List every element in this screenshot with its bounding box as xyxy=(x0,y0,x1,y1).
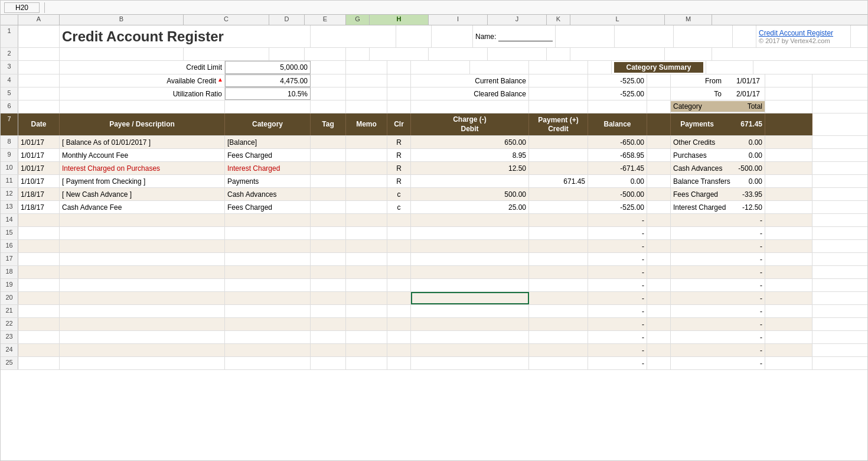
cell-e2[interactable] xyxy=(305,48,346,60)
cell-tag-9[interactable] xyxy=(311,149,346,161)
cell-payment-9[interactable] xyxy=(529,149,588,161)
cell-i22[interactable] xyxy=(529,318,588,330)
cell-memo-8[interactable] xyxy=(346,136,387,148)
cell-b1[interactable]: Credit Account Register xyxy=(60,25,311,47)
cell-cat-8[interactable]: [Balance] xyxy=(225,136,311,148)
cell-b21[interactable] xyxy=(60,305,225,317)
cell-k19[interactable] xyxy=(647,279,671,291)
cell-date-13[interactable]: 1/18/17 xyxy=(18,201,60,213)
col-header-l[interactable]: L xyxy=(570,15,665,25)
cell-j15[interactable]: - xyxy=(588,227,647,239)
cell-j3[interactable] xyxy=(529,61,588,74)
vertex42-link[interactable]: Credit Account Register xyxy=(759,29,833,37)
cell-i4[interactable] xyxy=(529,74,588,87)
cell-e22[interactable] xyxy=(346,318,387,330)
cell-m5[interactable] xyxy=(765,87,812,100)
cell-cat-13[interactable]: Fees Charged xyxy=(225,201,311,213)
cell-memo-12[interactable] xyxy=(346,188,387,200)
cell-g6[interactable] xyxy=(387,100,411,113)
cell-d19[interactable] xyxy=(311,279,346,291)
cell-balance-11[interactable]: 0.00 xyxy=(588,175,647,187)
cell-k12[interactable] xyxy=(647,188,671,200)
cell-g17[interactable] xyxy=(387,253,411,265)
cell-k7[interactable] xyxy=(647,113,671,135)
cell-memo-13[interactable] xyxy=(346,201,387,213)
cell-d16[interactable] xyxy=(311,240,346,252)
cell-tag-8[interactable] xyxy=(311,136,346,148)
cell-h23[interactable] xyxy=(411,331,529,343)
cell-m3[interactable] xyxy=(706,61,753,74)
cell-j16[interactable]: - xyxy=(588,240,647,252)
cell-e14[interactable] xyxy=(346,214,387,226)
cell-h2[interactable] xyxy=(370,48,429,60)
cell-a18[interactable] xyxy=(18,266,60,278)
cell-c24[interactable] xyxy=(225,344,311,356)
cell-a24[interactable] xyxy=(18,344,60,356)
to-value[interactable]: 2/01/17 xyxy=(724,90,762,98)
col-header-m[interactable]: M xyxy=(665,15,712,25)
cell-b25[interactable] xyxy=(60,357,225,369)
cell-j2[interactable] xyxy=(488,48,547,60)
cell-h16[interactable] xyxy=(411,240,529,252)
col-header-c[interactable]: C xyxy=(184,15,269,25)
cell-g15[interactable] xyxy=(387,227,411,239)
cell-g1[interactable]: Name: xyxy=(473,25,556,47)
cell-d25[interactable] xyxy=(311,357,346,369)
cell-g20[interactable] xyxy=(387,292,411,304)
cell-m9[interactable] xyxy=(765,149,812,161)
cell-m13[interactable] xyxy=(765,201,812,213)
cell-k20[interactable] xyxy=(647,292,671,304)
cell-g18[interactable] xyxy=(387,266,411,278)
cell-i14[interactable] xyxy=(529,214,588,226)
cell-k15[interactable] xyxy=(647,227,671,239)
cell-a5[interactable] xyxy=(18,87,60,100)
cell-k17[interactable] xyxy=(647,253,671,265)
cell-balance-12[interactable]: -500.00 xyxy=(588,188,647,200)
cell-a3[interactable] xyxy=(18,61,60,74)
cell-i3[interactable] xyxy=(470,61,529,74)
cell-b20[interactable] xyxy=(60,292,225,304)
cell-k9[interactable] xyxy=(647,149,671,161)
cell-payee-10[interactable]: Interest Charged on Purchases xyxy=(60,162,225,174)
cell-date-9[interactable]: 1/01/17 xyxy=(18,149,60,161)
cell-balance-10[interactable]: -671.45 xyxy=(588,162,647,174)
cell-charge-11[interactable] xyxy=(411,175,529,187)
cell-clr-12[interactable]: c xyxy=(387,188,411,200)
cell-m6[interactable] xyxy=(765,100,812,113)
cell-h14[interactable] xyxy=(411,214,529,226)
cell-c2[interactable] xyxy=(184,48,269,60)
cell-d4[interactable] xyxy=(311,74,346,87)
cell-b6[interactable] xyxy=(60,100,225,113)
cell-charge-8[interactable]: 650.00 xyxy=(411,136,529,148)
cell-c17[interactable] xyxy=(225,253,311,265)
cell-c21[interactable] xyxy=(225,305,311,317)
cell-clr-10[interactable]: R xyxy=(387,162,411,174)
cell-m15[interactable] xyxy=(765,227,812,239)
cell-h5[interactable]: Cleared Balance xyxy=(411,87,529,100)
cell-g19[interactable] xyxy=(387,279,411,291)
cell-payment-10[interactable] xyxy=(529,162,588,174)
cell-a6[interactable] xyxy=(18,100,60,113)
cell-a14[interactable] xyxy=(18,214,60,226)
cell-m8[interactable] xyxy=(765,136,812,148)
col-header-k[interactable]: K xyxy=(547,15,570,25)
cell-j18[interactable]: - xyxy=(588,266,647,278)
cell-m25[interactable] xyxy=(765,357,812,369)
cell-payee-8[interactable]: [ Balance As of 01/01/2017 ] xyxy=(60,136,225,148)
cell-j6[interactable] xyxy=(588,100,647,113)
cell-a22[interactable] xyxy=(18,318,60,330)
cell-charge-12[interactable]: 500.00 xyxy=(411,188,529,200)
cell-c18[interactable] xyxy=(225,266,311,278)
cell-d1[interactable] xyxy=(396,25,432,47)
cell-c20[interactable] xyxy=(225,292,311,304)
cell-b23[interactable] xyxy=(60,331,225,343)
cell-memo-11[interactable] xyxy=(346,175,387,187)
cell-payee-12[interactable]: [ New Cash Advance ] xyxy=(60,188,225,200)
cell-i17[interactable] xyxy=(529,253,588,265)
cell-j25[interactable]: - xyxy=(588,357,647,369)
cell-a1[interactable] xyxy=(18,25,60,47)
cell-e5[interactable] xyxy=(346,87,387,100)
cell-m21[interactable] xyxy=(765,305,812,317)
cell-c25[interactable] xyxy=(225,357,311,369)
cell-g5[interactable] xyxy=(387,87,411,100)
